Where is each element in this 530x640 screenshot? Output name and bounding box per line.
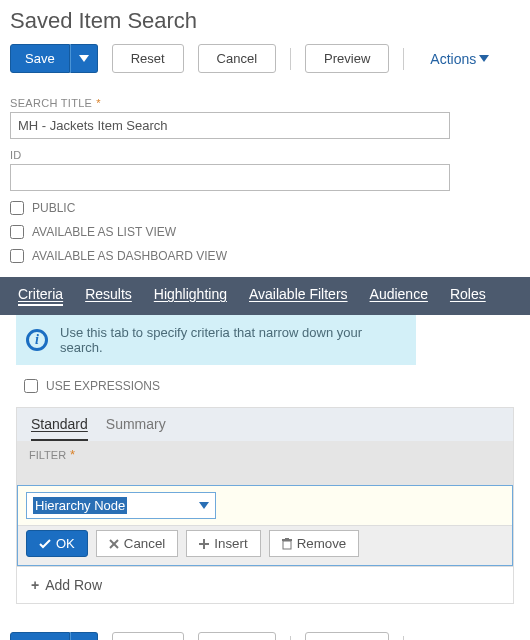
filter-select-value: Hierarchy Node: [33, 497, 127, 514]
form-section: SEARCH TITLE* ID PUBLIC AVAILABLE AS LIS…: [0, 97, 530, 263]
search-title-label: SEARCH TITLE*: [10, 97, 520, 109]
sub-tab-standard[interactable]: Standard: [31, 416, 88, 441]
info-icon: i: [26, 329, 48, 351]
tab-highlighting[interactable]: Highlighting: [154, 286, 227, 306]
save-button[interactable]: Save: [10, 44, 70, 73]
filter-editor: Hierarchy Node OK Cancel Insert Remove: [17, 485, 513, 566]
ok-button[interactable]: OK: [26, 530, 88, 557]
cancel-label: Cancel: [124, 536, 166, 551]
tab-label: Roles: [450, 286, 486, 302]
top-toolbar: Save Reset Cancel Preview Actions: [0, 44, 530, 87]
id-label: ID: [10, 149, 520, 161]
criteria-panel: Standard Summary FILTER* Hierarchy Node …: [16, 407, 514, 604]
svg-rect-9: [285, 538, 289, 540]
use-expressions-label: USE EXPRESSIONS: [46, 379, 160, 393]
separator: [290, 636, 291, 641]
label-text: SEARCH TITLE: [10, 97, 92, 109]
tab-available-filters[interactable]: Available Filters: [249, 286, 348, 306]
filter-header: FILTER*: [17, 441, 513, 486]
cancel-button[interactable]: Cancel: [198, 44, 276, 73]
list-view-label: AVAILABLE AS LIST VIEW: [32, 225, 176, 239]
tab-roles[interactable]: Roles: [450, 286, 486, 306]
trash-icon: [282, 538, 292, 550]
insert-button[interactable]: Insert: [186, 530, 260, 557]
tab-label: Criteria: [18, 286, 63, 302]
ok-label: OK: [56, 536, 75, 551]
check-icon: [39, 539, 51, 549]
save-button-group-bottom: Save: [10, 632, 98, 640]
add-row-button[interactable]: +Add Row: [17, 566, 513, 603]
use-expressions-checkbox[interactable]: [24, 379, 38, 393]
dashboard-view-checkbox[interactable]: [10, 249, 24, 263]
main-tabs: Criteria Results Highlighting Available …: [0, 277, 530, 315]
plus-icon: [199, 539, 209, 549]
reset-button-bottom[interactable]: Reset: [112, 632, 184, 640]
save-button-group: Save: [10, 44, 98, 73]
tab-label: Highlighting: [154, 286, 227, 302]
tab-label: Audience: [370, 286, 428, 302]
save-button-bottom[interactable]: Save: [10, 632, 70, 640]
sub-tab-label: Standard: [31, 416, 88, 432]
chevron-down-icon: [79, 55, 89, 63]
info-text: Use this tab to specify criteria that na…: [60, 325, 362, 355]
chevron-down-icon: [479, 55, 489, 63]
actions-label: Actions: [430, 51, 476, 67]
preview-button-bottom[interactable]: Preview: [305, 632, 389, 640]
filter-select[interactable]: Hierarchy Node: [26, 492, 216, 519]
tab-results[interactable]: Results: [85, 286, 132, 306]
tab-label: Results: [85, 286, 132, 302]
save-dropdown-button[interactable]: [70, 44, 98, 73]
insert-label: Insert: [214, 536, 247, 551]
svg-marker-0: [79, 55, 89, 62]
editor-button-row: OK Cancel Insert Remove: [18, 525, 512, 565]
page-title: Saved Item Search: [0, 0, 530, 44]
dashboard-view-label: AVAILABLE AS DASHBOARD VIEW: [32, 249, 227, 263]
filter-label: FILTER: [29, 449, 66, 461]
separator: [403, 636, 404, 641]
sub-tab-summary[interactable]: Summary: [106, 416, 166, 441]
required-mark: *: [70, 447, 75, 462]
public-checkbox[interactable]: [10, 201, 24, 215]
separator: [290, 48, 291, 70]
tab-criteria[interactable]: Criteria: [18, 286, 63, 306]
id-input[interactable]: [10, 164, 450, 191]
plus-icon: +: [31, 577, 39, 593]
separator: [403, 48, 404, 70]
bottom-toolbar: Save Reset Cancel Preview Actions: [0, 632, 530, 640]
actions-menu[interactable]: Actions: [430, 51, 489, 67]
svg-rect-7: [283, 541, 291, 549]
tab-audience[interactable]: Audience: [370, 286, 428, 306]
required-mark: *: [96, 97, 101, 109]
tab-label: Available Filters: [249, 286, 348, 302]
cancel-button-bottom[interactable]: Cancel: [198, 632, 276, 640]
remove-label: Remove: [297, 536, 347, 551]
chevron-down-icon: [199, 502, 209, 510]
sub-tab-label: Summary: [106, 416, 166, 432]
add-row-label: Add Row: [45, 577, 102, 593]
svg-marker-1: [479, 55, 489, 62]
editor-cancel-button[interactable]: Cancel: [96, 530, 179, 557]
public-label: PUBLIC: [32, 201, 75, 215]
list-view-checkbox[interactable]: [10, 225, 24, 239]
info-box: i Use this tab to specify criteria that …: [16, 315, 416, 365]
search-title-input[interactable]: [10, 112, 450, 139]
save-dropdown-button-bottom[interactable]: [70, 632, 98, 640]
close-icon: [109, 539, 119, 549]
preview-button[interactable]: Preview: [305, 44, 389, 73]
remove-button[interactable]: Remove: [269, 530, 360, 557]
reset-button[interactable]: Reset: [112, 44, 184, 73]
svg-marker-2: [199, 502, 209, 509]
criteria-sub-tabs: Standard Summary: [17, 408, 513, 441]
